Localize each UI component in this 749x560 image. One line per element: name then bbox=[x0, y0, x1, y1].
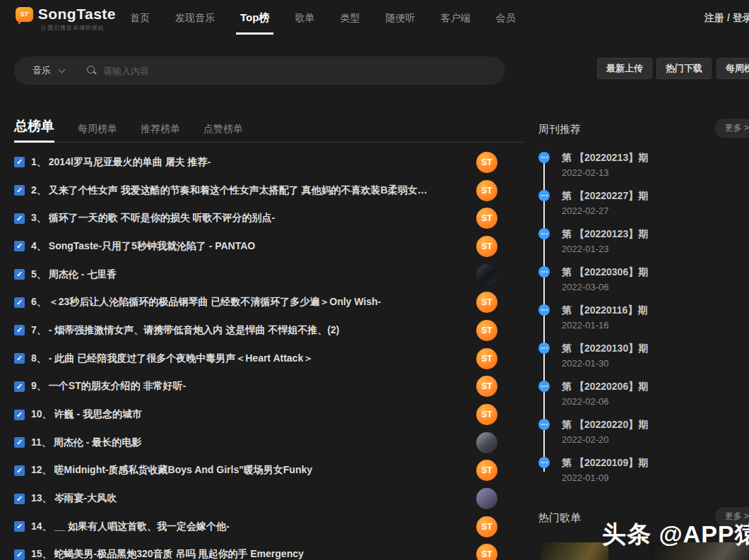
song-avatar[interactable] bbox=[476, 432, 497, 453]
ranking-tab[interactable]: 每周榜单 bbox=[78, 123, 117, 136]
check-icon: ✓ bbox=[16, 383, 23, 391]
song-row: ✓ 1、 2014l罗马尼亚最火的单曲 屠夫 推荐- ST bbox=[14, 148, 524, 177]
weekly-issue-title[interactable]: 第 【20220220】期 bbox=[562, 418, 749, 431]
weekly-issue-date: 2022-01-30 bbox=[562, 358, 749, 369]
nav-item[interactable]: 随便听 bbox=[385, 12, 415, 25]
timeline-ellipsis-icon bbox=[538, 457, 550, 468]
check-icon: ✓ bbox=[16, 551, 23, 559]
song-checkbox[interactable]: ✓ bbox=[14, 465, 25, 476]
song-title[interactable]: 2014l罗马尼亚最火的单曲 屠夫 推荐- bbox=[49, 156, 469, 169]
song-checkbox[interactable]: ✓ bbox=[14, 213, 25, 224]
song-avatar[interactable]: ST bbox=[476, 544, 497, 560]
weekly-issue-title[interactable]: 第 【20220123】期 bbox=[562, 227, 749, 240]
weekly-issue-title[interactable]: 第 【20220306】期 bbox=[562, 266, 749, 278]
song-title[interactable]: 周杰伦 - 七里香 bbox=[49, 268, 469, 281]
song-avatar[interactable] bbox=[476, 264, 497, 285]
song-title[interactable]: 嗟Midnight-质感私货收藏Boys And Girls"暖场男女Funky bbox=[54, 464, 469, 477]
song-avatar[interactable]: ST bbox=[476, 208, 497, 229]
song-avatar[interactable]: ST bbox=[476, 180, 497, 201]
weekly-issue-item: 第 【20220116】期 2022-01-16 bbox=[538, 304, 749, 342]
register-login-link[interactable]: 注册 / 登录 bbox=[704, 12, 749, 25]
song-title[interactable]: 又来了个性女声 我爱这酷的节奏和着这个性女声太搭配了 真他妈的不喜欢装B柔弱女… bbox=[49, 184, 469, 197]
weekly-issue-title[interactable]: 第 【20220227】期 bbox=[562, 189, 749, 202]
nav-item[interactable]: 歌单 bbox=[295, 12, 314, 25]
song-checkbox[interactable]: ✓ bbox=[14, 521, 25, 532]
song-checkbox[interactable]: ✓ bbox=[14, 494, 25, 504]
hot-download-button[interactable]: 热门下载 bbox=[656, 58, 712, 79]
song-rank: 2、 bbox=[31, 184, 47, 197]
song-title[interactable]: - 烟蒂强推激情女声、请携带低音炮入内 这是悍曲 不悍姐不推、(2) bbox=[49, 324, 469, 337]
nav-item[interactable]: 类型 bbox=[340, 12, 360, 25]
weekly-more-button[interactable]: 更多 > bbox=[715, 119, 749, 138]
song-rank: 15、 bbox=[31, 548, 52, 560]
song-avatar[interactable]: ST bbox=[476, 516, 497, 537]
song-rank: 5、 bbox=[31, 268, 47, 281]
song-checkbox[interactable]: ✓ bbox=[14, 185, 25, 196]
song-avatar[interactable] bbox=[476, 488, 497, 509]
ranking-tab[interactable]: 总榜单 bbox=[14, 117, 54, 136]
song-checkbox[interactable]: ✓ bbox=[14, 410, 25, 420]
song-title[interactable]: 蛇蝎美男-极品黑炮320音质 吊吗 甩起你的手 Emergency bbox=[54, 548, 469, 560]
search-icon bbox=[87, 66, 97, 76]
song-title[interactable]: 岑雨宴-大风吹 bbox=[54, 492, 469, 505]
song-avatar[interactable]: ST bbox=[476, 460, 497, 481]
nav-item[interactable]: 首页 bbox=[130, 12, 150, 25]
song-rank: 1、 bbox=[31, 156, 47, 169]
song-checkbox[interactable]: ✓ bbox=[14, 549, 25, 560]
check-icon: ✓ bbox=[16, 158, 23, 166]
latest-upload-button[interactable]: 最新上传 bbox=[597, 58, 652, 79]
song-avatar[interactable]: ST bbox=[476, 292, 497, 313]
nav-item[interactable]: 会员 bbox=[495, 12, 515, 25]
nav-item[interactable]: Top榜 bbox=[240, 11, 269, 25]
song-checkbox[interactable]: ✓ bbox=[14, 325, 25, 335]
nav-item[interactable]: 发现音乐 bbox=[175, 12, 215, 25]
song-checkbox[interactable]: ✓ bbox=[14, 437, 25, 448]
weekly-timeline: 第 【20220213】期 2022-02-13 第 【20220227】期 2… bbox=[538, 151, 749, 494]
song-checkbox[interactable]: ✓ bbox=[14, 241, 25, 251]
song-avatar[interactable]: ST bbox=[476, 152, 497, 173]
song-checkbox[interactable]: ✓ bbox=[14, 353, 25, 364]
song-title[interactable]: 循环了一天的歌 不听是你的损失 听歌不评分的别点- bbox=[49, 212, 469, 225]
weekly-issue-title[interactable]: 第 【20220130】期 bbox=[562, 342, 749, 355]
song-title[interactable]: 一个ST的朋友介绍的 非常好听- bbox=[49, 380, 469, 393]
ranking-tab[interactable]: 点赞榜单 bbox=[204, 123, 243, 136]
song-rank: 4、 bbox=[31, 240, 47, 253]
song-row: ✓ 4、 SongTaste-只用了5秒钟我就沦陷了 - PANTAO ST bbox=[14, 232, 524, 261]
song-title[interactable]: __ 如果有人唱这首歌、我一定会嫁个他- bbox=[54, 520, 469, 533]
check-icon: ✓ bbox=[16, 326, 23, 334]
song-avatar[interactable]: ST bbox=[476, 348, 497, 369]
song-avatar[interactable]: ST bbox=[476, 404, 497, 425]
song-title[interactable]: ＜23秒后让人沦陷循环的极品钢琴曲 已经数不清循环了多少遍＞Only Wish- bbox=[49, 296, 469, 309]
song-title[interactable]: SongTaste-只用了5秒钟我就沦陷了 - PANTAO bbox=[49, 240, 469, 253]
song-avatar[interactable]: ST bbox=[476, 320, 497, 341]
song-checkbox[interactable]: ✓ bbox=[14, 297, 25, 308]
weekly-issue-title[interactable]: 第 【20220213】期 bbox=[562, 151, 749, 164]
song-avatar[interactable]: ST bbox=[476, 236, 497, 257]
nav-item[interactable]: 客户端 bbox=[440, 12, 470, 25]
song-avatar[interactable]: ST bbox=[476, 376, 497, 397]
song-title[interactable]: 周杰伦 - 最长的电影 bbox=[54, 436, 469, 449]
search-input[interactable] bbox=[103, 66, 493, 76]
weekly-section-title: 周刊推荐 bbox=[538, 123, 581, 136]
weekly-issue-item: 第 【20220227】期 2022-02-27 bbox=[538, 189, 749, 227]
logo[interactable]: ST SongTaste 让我们用音乐倾听彼此 bbox=[16, 6, 116, 32]
check-icon: ✓ bbox=[16, 270, 23, 278]
weekly-issue-title[interactable]: 第 【20220206】期 bbox=[562, 380, 749, 393]
weekly-issue-item: 第 【20220306】期 2022-03-06 bbox=[538, 266, 749, 304]
search-category-select[interactable]: 音乐 bbox=[33, 64, 51, 77]
weekly-issue-title[interactable]: 第 【20220116】期 bbox=[562, 304, 749, 316]
song-title[interactable]: - 此曲 已经陪我度过了很多个夜晚中毒男声＜Heart Attack＞ bbox=[49, 352, 469, 365]
song-checkbox[interactable]: ✓ bbox=[14, 157, 25, 167]
weekly-issue-date: 2022-02-13 bbox=[562, 167, 749, 178]
playlist-cover-image[interactable] bbox=[541, 542, 608, 560]
chevron-down-icon[interactable] bbox=[59, 66, 66, 73]
check-icon: ✓ bbox=[16, 215, 23, 222]
weekly-chart-button[interactable]: 每周榜单 bbox=[716, 58, 749, 79]
song-title[interactable]: 许巍 - 我思念的城市 bbox=[54, 408, 469, 421]
song-checkbox[interactable]: ✓ bbox=[14, 269, 25, 280]
song-checkbox[interactable]: ✓ bbox=[14, 381, 25, 392]
song-rank: 7、 bbox=[31, 324, 47, 337]
weekly-issue-title[interactable]: 第 【20220109】期 bbox=[562, 456, 749, 469]
check-icon: ✓ bbox=[16, 439, 23, 446]
ranking-tab[interactable]: 推荐榜单 bbox=[141, 123, 180, 136]
